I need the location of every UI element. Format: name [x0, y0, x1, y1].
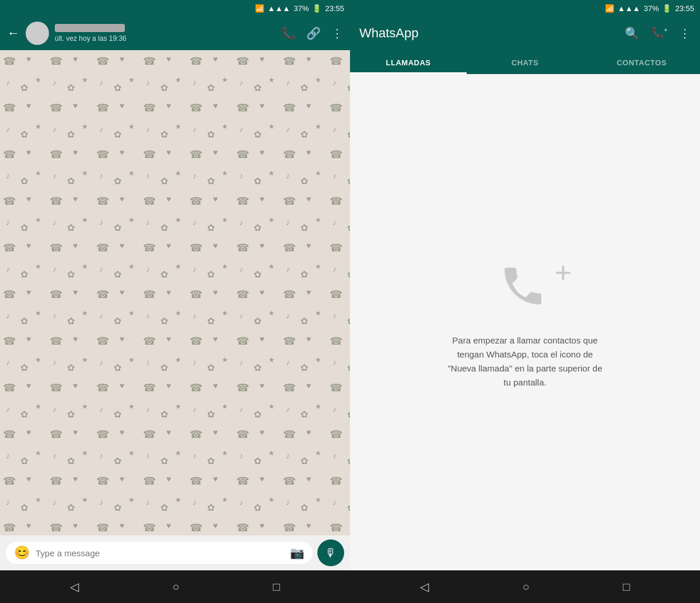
wa-title: WhatsApp	[359, 26, 625, 41]
message-input-wrap: 😊 📷	[6, 542, 313, 564]
mic-button[interactable]: 🎙	[317, 539, 344, 566]
chat-body: ☎ ♥ ★ ♪ ✿	[0, 50, 350, 535]
chat-panel: 📶 ▲▲▲ 37% 🔋 23:55 ← últ. vez hoy a las 1…	[0, 0, 350, 603]
wa-toolbar-icons: 🔍 📞+ ⋮	[625, 26, 691, 40]
emoji-button[interactable]: 😊	[14, 545, 30, 560]
calls-empty-state: + Para empezar a llamar contactos que te…	[350, 74, 700, 570]
chat-toolbar-icons: 📞 🔗 ⋮	[281, 26, 343, 40]
tab-llamadas[interactable]: LLAMADAS	[350, 50, 467, 74]
camera-button[interactable]: 📷	[290, 546, 304, 560]
avatar[interactable]	[26, 22, 49, 45]
chat-input-bar: 😊 📷 🎙	[0, 535, 350, 570]
battery-text: 37%	[293, 4, 309, 13]
contact-name	[55, 24, 125, 32]
chat-toolbar: ← últ. vez hoy a las 19:36 📞 🔗 ⋮	[0, 16, 350, 50]
recents-nav-button[interactable]: □	[273, 580, 280, 594]
home-nav-button[interactable]: ○	[172, 580, 179, 594]
time-text: 23:55	[325, 4, 344, 13]
left-nav-bar: ◁ ○ □	[0, 570, 350, 603]
contact-info: últ. vez hoy a las 19:36	[55, 24, 275, 43]
battery-icon: 🔋	[312, 4, 321, 13]
mic-icon: 🎙	[325, 546, 337, 560]
right-nav-bar: ◁ ○ □	[350, 570, 700, 603]
battery-text-right: 37%	[643, 4, 659, 13]
time-text-right: 23:55	[675, 4, 694, 13]
calls-icon-container: +	[496, 255, 554, 316]
svg-rect-5	[0, 50, 350, 535]
contact-status: últ. vez hoy a las 19:36	[55, 34, 275, 43]
wa-tabs: LLAMADAS CHATS CONTACTOS	[350, 50, 700, 74]
wa-more-button[interactable]: ⋮	[679, 26, 691, 40]
search-button[interactable]: 🔍	[625, 26, 639, 40]
back-nav-button[interactable]: ◁	[70, 580, 79, 594]
phone-button[interactable]: 📞	[281, 26, 296, 40]
message-input[interactable]	[36, 548, 284, 558]
new-call-button[interactable]: 📞+	[651, 26, 667, 40]
back-button[interactable]: ←	[7, 26, 20, 41]
recents-nav-button-right[interactable]: □	[623, 580, 630, 594]
tab-chats[interactable]: CHATS	[467, 50, 583, 74]
back-nav-button-right[interactable]: ◁	[420, 580, 429, 594]
attach-button[interactable]: 🔗	[306, 26, 321, 40]
calls-empty-text: Para empezar a llamar contactos que teng…	[443, 334, 607, 390]
wifi-icon-right: 📶	[605, 4, 614, 13]
left-status-bar: 📶 ▲▲▲ 37% 🔋 23:55	[0, 0, 350, 16]
signal-icon: ▲▲▲	[268, 4, 290, 13]
phone-icon	[496, 255, 554, 314]
more-button[interactable]: ⋮	[331, 26, 343, 40]
whatsapp-panel: 📶 ▲▲▲ 37% 🔋 23:55 WhatsApp 🔍 📞+ ⋮ LLAMAD…	[350, 0, 700, 603]
plus-icon: +	[555, 255, 572, 289]
home-nav-button-right[interactable]: ○	[522, 580, 529, 594]
battery-icon-right: 🔋	[662, 4, 671, 13]
signal-icon-right: ▲▲▲	[618, 4, 640, 13]
tab-contactos[interactable]: CONTACTOS	[583, 50, 700, 74]
wa-toolbar: WhatsApp 🔍 📞+ ⋮	[350, 16, 700, 50]
wifi-icon: 📶	[255, 4, 264, 13]
right-status-bar: 📶 ▲▲▲ 37% 🔋 23:55	[350, 0, 700, 16]
